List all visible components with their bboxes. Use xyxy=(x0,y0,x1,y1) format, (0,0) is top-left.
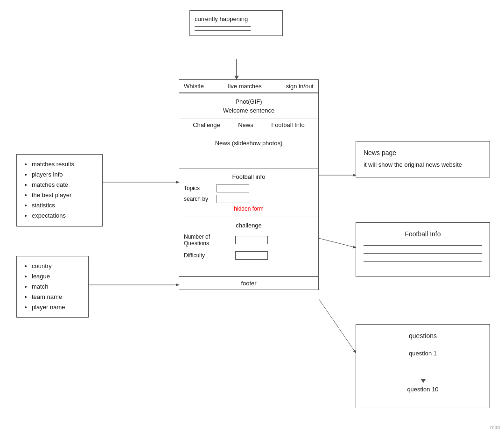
left-list-2: country league match team name player na… xyxy=(23,261,82,312)
footer: footer xyxy=(179,276,318,290)
num-questions-input[interactable] xyxy=(235,236,268,244)
navbar-sign-in-out[interactable]: sign in/out xyxy=(286,83,314,90)
question-arrow-line xyxy=(423,360,423,383)
football-info-line-3 xyxy=(364,261,482,262)
num-questions-label: Number of Questions xyxy=(184,234,235,247)
hero-section: Phot(GIF) Welcome sentence xyxy=(179,93,318,119)
topics-label: Topics xyxy=(184,185,217,191)
right-football-box: Football Info xyxy=(356,222,490,277)
popup-title: currently happening xyxy=(195,15,278,22)
list-item-player-name: player name xyxy=(32,302,82,312)
left-list-1: matches results players info matches dat… xyxy=(23,159,96,221)
search-by-row: search by xyxy=(184,195,314,203)
footer-label: footer xyxy=(241,280,256,287)
watermark: miro xyxy=(490,425,500,430)
navbar-live-matches[interactable]: live matches xyxy=(228,83,262,90)
search-by-label: search by xyxy=(184,196,217,202)
list-item-best-player: the best player xyxy=(32,190,96,200)
football-box-title: Football Info xyxy=(364,230,482,238)
hero-photo: Phot(GIF) xyxy=(184,98,314,105)
football-section-title: Football info xyxy=(184,173,314,180)
questions-arrow: question 1 question 10 xyxy=(364,347,482,396)
popup-line-1 xyxy=(195,26,251,27)
football-info-line-2 xyxy=(364,253,482,254)
list-item-players-info: players info xyxy=(32,170,96,180)
football-info-line-1 xyxy=(364,245,482,246)
list-item-matches-date: matches date xyxy=(32,180,96,190)
football-info-section: Football info Topics search by hidden fo… xyxy=(179,169,318,217)
main-wireframe: Whistle live matches sign in/out Phot(GI… xyxy=(179,79,319,290)
hero-welcome: Welcome sentence xyxy=(184,107,314,114)
topics-input[interactable] xyxy=(217,184,249,192)
list-item-league: league xyxy=(32,271,82,282)
questions-box-title: questions xyxy=(364,332,482,340)
right-questions-box: questions question 1 question 10 xyxy=(356,324,490,408)
challenge-title: challenge xyxy=(184,222,314,229)
popup-line-2 xyxy=(195,30,251,31)
left-annotation-box-2: country league match team name player na… xyxy=(16,256,89,318)
svg-line-4 xyxy=(319,299,356,353)
hidden-form-text: hidden form xyxy=(184,205,314,212)
question-last-label: question 10 xyxy=(407,386,438,393)
nav-links: Challenge News Football Info xyxy=(179,119,318,131)
list-item-country: country xyxy=(32,261,82,271)
list-item-team-name: team name xyxy=(32,292,82,302)
navbar-brand[interactable]: Whistle xyxy=(184,83,204,90)
navbar: Whistle live matches sign in/out xyxy=(179,80,318,93)
search-by-input[interactable] xyxy=(217,195,249,203)
question-1-label: question 1 xyxy=(409,350,437,357)
challenge-section: challenge Number of Questions Difficulty xyxy=(179,217,318,276)
list-item-expectations: expectations xyxy=(32,211,96,221)
right-news-box: News page it will show the original news… xyxy=(356,141,490,177)
nav-football-info[interactable]: Football Info xyxy=(271,121,305,128)
svg-line-3 xyxy=(319,238,356,248)
nav-news[interactable]: News xyxy=(238,121,253,128)
news-label: News (slideshow photos) xyxy=(215,140,283,147)
arrow-popup-to-navbar xyxy=(236,59,237,79)
difficulty-label: Difficulty xyxy=(184,252,235,259)
news-section: News (slideshow photos) xyxy=(179,131,318,169)
news-box-description: it will show the original news website xyxy=(364,160,482,170)
news-box-title: News page xyxy=(364,149,482,156)
popup-box: currently happening xyxy=(189,10,283,36)
difficulty-row: Difficulty xyxy=(184,251,314,260)
list-item-match: match xyxy=(32,282,82,292)
topics-row: Topics xyxy=(184,184,314,192)
list-item-statistics: statistics xyxy=(32,200,96,211)
difficulty-input[interactable] xyxy=(235,251,268,260)
list-item-matches-results: matches results xyxy=(32,159,96,170)
num-questions-row: Number of Questions xyxy=(184,234,314,247)
left-annotation-box-1: matches results players info matches dat… xyxy=(16,154,103,227)
nav-challenge[interactable]: Challenge xyxy=(193,121,220,128)
